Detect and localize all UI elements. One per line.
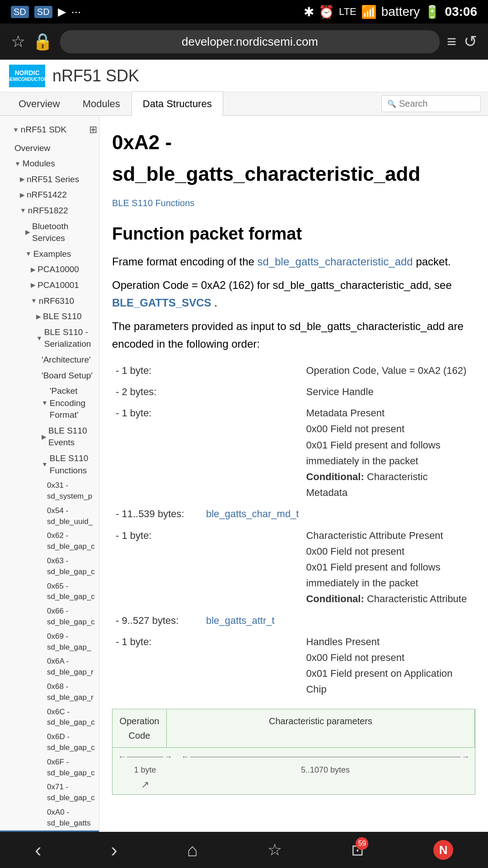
sidebar-item-func-0x63[interactable]: 0x63 - sd_ble_gap_c [0, 554, 99, 579]
sidebar-item-architecture[interactable]: 'Architecture' [0, 352, 99, 368]
table-row: - 2 bytes: Service Handle [112, 381, 475, 402]
sidebar-item-packet-encoding[interactable]: ▼ 'Packet Encoding Format' [0, 383, 99, 423]
param-desc-1: Operation Code, Value = 0xA2 (162) [302, 360, 475, 381]
breadcrumb-link[interactable]: BLE S110 Functions [112, 198, 194, 208]
nordic-logo-text-1: NORDIC [7, 69, 47, 77]
sidebar-item-func-0x6d[interactable]: 0x6D - sd_ble_gap_c [0, 730, 99, 755]
status-right: ✱ ⏰ LTE 📶 battery 🔋 03:06 [304, 5, 477, 19]
status-left: SD SD ▶ ··· [11, 5, 81, 19]
sidebar-item-ble-s110-functions[interactable]: ▼ BLE S110 Functions [0, 451, 99, 478]
para1: Frame format encoding of the sd_ble_gatt… [112, 253, 475, 270]
sidebar-item-func-0x71[interactable]: 0x71 - sd_ble_gap_c [0, 780, 99, 805]
param-desc-3: Metadata Present 0x00 Field not present … [302, 402, 475, 503]
battery-icon: 🔋 [424, 5, 440, 19]
param-type-5 [202, 525, 302, 610]
sidebar-item-func-0x6c[interactable]: 0x6C - sd_ble_gap_c [0, 705, 99, 730]
table-row: - 9..527 bytes: ble_gatts_attr_t [112, 610, 475, 631]
tab-overview[interactable]: Overview [7, 91, 71, 116]
param-type-3 [202, 402, 302, 503]
ruler-label-2: 5..1070 bytes [301, 764, 350, 777]
sidebar-item-label: Examples [33, 248, 71, 260]
param-type-link-6[interactable]: ble_gatts_attr_t [206, 615, 275, 626]
sidebar-item-pca10001[interactable]: ▶ PCA10001 [0, 278, 99, 293]
arrow-icon: ▼ [42, 399, 48, 408]
param-size-5: - 1 byte: [112, 525, 202, 610]
param-type-7 [202, 631, 302, 700]
arrow-icon: ▶ [31, 265, 36, 274]
arrow-icon: ▶ [20, 175, 25, 184]
signal-icon: 📶 [361, 5, 377, 19]
arrow-icon: ▶ [25, 228, 30, 237]
sidebar-item-nrf51series[interactable]: ▶ nRF51 Series [0, 172, 99, 188]
sidebar-item-label: 0x6D - sd_ble_gap_c [47, 731, 95, 753]
menu-icon[interactable]: ≡ [447, 32, 456, 51]
param-size-4: - 11..539 bytes: [112, 503, 202, 524]
param-desc-4 [302, 503, 475, 524]
collapse-icon[interactable]: ⊞ [89, 123, 97, 137]
favorite-icon[interactable]: ☆ [11, 32, 25, 51]
sidebar-item-label: 0x68 - sd_ble_gap_r [47, 681, 95, 703]
packet-diagram: Operation Code Characteristic parameters… [112, 709, 475, 795]
bluetooth-icon: ✱ [304, 5, 314, 19]
search-input[interactable] [399, 99, 471, 109]
sd-icon-1: SD [11, 6, 29, 18]
param-type-1 [202, 360, 302, 381]
time-display: 03:06 [445, 5, 477, 19]
arrow-icon: ▼ [13, 126, 19, 135]
para2-end: . [214, 297, 217, 309]
nordic-logo[interactable]: NORDIC SEMICONDUCTOR [9, 65, 45, 87]
sidebar-item-func-0x62[interactable]: 0x62 - sd_ble_gap_c [0, 528, 99, 554]
search-box[interactable]: 🔍 [381, 95, 481, 112]
sidebar-item-nrf51sdk[interactable]: ▼ nRF51 SDK ⊞ [4, 122, 95, 138]
tab-modules[interactable]: Modules [71, 91, 131, 116]
sidebar-item-func-0x69[interactable]: 0x69 - sd_ble_gap_ [0, 629, 99, 655]
refresh-icon[interactable]: ↺ [464, 32, 477, 51]
param-size-1: - 1 byte: [112, 360, 202, 381]
param-size-2: - 2 bytes: [112, 381, 202, 402]
table-row: - 11..539 bytes: ble_gatts_char_md_t [112, 503, 475, 524]
sidebar-item-func-0x65[interactable]: 0x65 - sd_ble_gap_c [0, 579, 99, 604]
params-table: - 1 byte: Operation Code, Value = 0xA2 (… [112, 360, 475, 700]
sidebar-item-ble-s110-serial[interactable]: ▼ BLE S110 - Serialization [0, 325, 99, 352]
sidebar-item-func-0x6a[interactable]: 0x6A - sd_ble_gap_r [0, 654, 99, 679]
param-desc-6 [302, 610, 475, 631]
para1-end: packet. [416, 255, 450, 268]
sidebar-item-label: Bluetooth Services [32, 221, 95, 245]
dots-icon: ··· [71, 5, 81, 19]
lte-icon: LTE [339, 6, 357, 18]
sidebar-item-label: nRF6310 [39, 295, 74, 307]
para2-start: Operation Code = 0xA2 (162) for sd_ble_g… [112, 279, 452, 291]
sidebar-item-nrf6310[interactable]: ▼ nRF6310 [0, 293, 99, 309]
sidebar-item-func-0x66[interactable]: 0x66 - sd_ble_gap_c [0, 604, 99, 629]
url-bar[interactable]: developer.nordicsemi.com [60, 30, 440, 53]
param-type-link-4[interactable]: ble_gatts_char_md_t [206, 508, 299, 519]
arrow-icon: ▶ [36, 312, 41, 321]
sidebar-item-func-0x6f[interactable]: 0x6F - sd_ble_gap_c [0, 755, 99, 780]
sidebar-item-func-0x31[interactable]: 0x31 - sd_system_p [0, 478, 99, 504]
para1-link[interactable]: sd_ble_gatts_characteristic_add [258, 255, 413, 268]
sidebar-item-nrf51422[interactable]: ▶ nRF51422 [0, 187, 99, 203]
sidebar-item-bluetooth-services[interactable]: ▶ Bluetooth Services [0, 219, 99, 246]
sidebar-item-func-0xa0[interactable]: 0xA0 - sd_ble_gatts [0, 805, 99, 830]
sidebar-item-examples[interactable]: ▼ Examples [0, 246, 99, 262]
sidebar-item-ble-s110[interactable]: ▶ BLE S110 [0, 309, 99, 325]
sidebar-item-func-0x54[interactable]: 0x54 - sd_ble_uuid_ [0, 504, 99, 529]
sidebar-item-board-setup[interactable]: 'Board Setup' [0, 368, 99, 384]
sidebar-item-overview[interactable]: Overview [0, 141, 99, 156]
sidebar-item-func-0x68[interactable]: 0x68 - sd_ble_gap_r [0, 679, 99, 705]
sidebar-item-label: 0xA0 - sd_ble_gatts [47, 807, 95, 829]
arrow-icon: ▼ [14, 160, 21, 169]
para3: The parameters provided as input to sd_b… [112, 318, 475, 353]
sidebar-item-label: 0x65 - sd_ble_gap_c [47, 581, 95, 603]
sidebar-item-label: 0x62 - sd_ble_gap_c [47, 530, 95, 552]
battery-percent: battery [381, 5, 420, 19]
main-area: ▼ nRF51 SDK ⊞ Overview ▼ Modules ▶ nRF51… [0, 116, 488, 832]
para2-link[interactable]: BLE_GATTS_SVCS [112, 297, 211, 309]
arrow-icon: ▼ [36, 334, 42, 343]
sidebar-item-modules[interactable]: ▼ Modules [0, 156, 99, 172]
tab-data-structures[interactable]: Data Structures [131, 91, 223, 117]
sidebar-item-ble-s110-events[interactable]: ▶ BLE S110 Events [0, 423, 99, 451]
sidebar-item-nrf51822[interactable]: ▼ nRF51822 [0, 203, 99, 219]
sidebar-item-pca10000[interactable]: ▶ PCA10000 [0, 262, 99, 278]
param-size-7: - 1 byte: [112, 631, 202, 700]
